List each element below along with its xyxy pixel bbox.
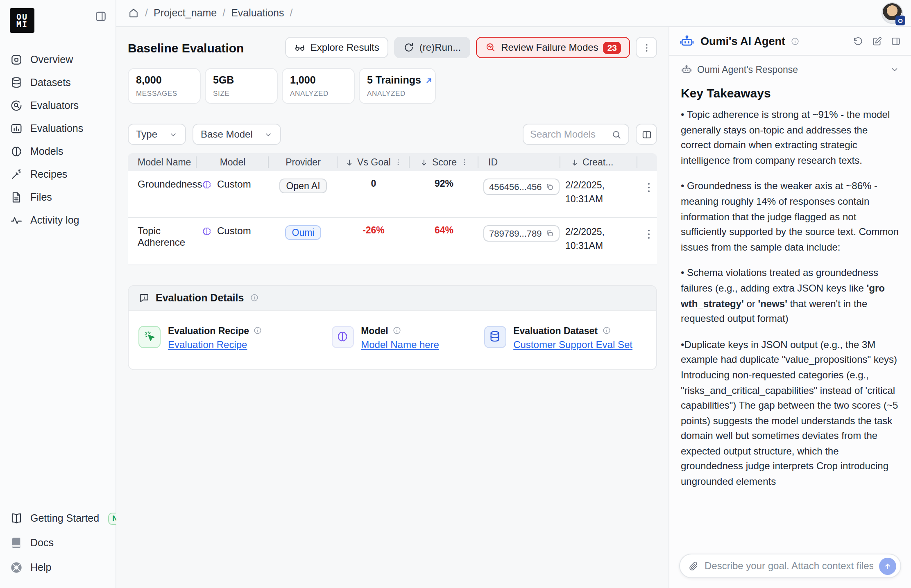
copy-icon[interactable] xyxy=(546,230,554,238)
user-avatar[interactable]: O xyxy=(882,2,903,24)
table-row-topic-adherence[interactable]: Topic AdherenceCustomOumi-26%64%789789..… xyxy=(128,218,657,265)
dots-v-icon[interactable] xyxy=(642,181,655,194)
column-settings-button[interactable] xyxy=(636,124,657,145)
more-actions-button[interactable] xyxy=(636,37,657,58)
detail-label: Model xyxy=(361,326,388,335)
logo-line-2: MI xyxy=(16,20,28,28)
failure-search-icon xyxy=(485,42,496,53)
home-icon[interactable] xyxy=(128,7,139,19)
sidebar-item-datasets[interactable]: Datasets xyxy=(0,74,116,92)
cell-id-copy[interactable]: 456456...456 xyxy=(483,179,560,195)
stat-label: SIZE xyxy=(213,89,270,97)
agent-paragraph: • Topic adherence is strong at ~91% - th… xyxy=(681,107,900,168)
rerun-button[interactable]: (re)Run... xyxy=(394,37,470,58)
detail-link-evaluation-recipe[interactable]: Evaluation Recipe xyxy=(168,339,247,350)
brain-icon xyxy=(336,330,349,343)
explore-results-label: Explore Results xyxy=(310,42,379,53)
stat-card-5-trainings[interactable]: 5 TrainingsANALYZED xyxy=(359,68,436,104)
stats-row: 8,000MESSAGES5GBSIZE1,000ANALYZED5 Train… xyxy=(128,68,657,104)
sidebar-item-getting-started[interactable]: Getting StartedNEW xyxy=(0,509,116,527)
detail-link-model-name-here[interactable]: Model Name here xyxy=(361,339,439,350)
sidebar-item-evaluators[interactable]: Evaluators xyxy=(0,97,116,115)
sidebar-item-files[interactable]: Files xyxy=(0,188,116,206)
info-icon[interactable] xyxy=(392,326,401,335)
info-icon[interactable] xyxy=(602,326,611,335)
column-menu-icon[interactable] xyxy=(460,158,468,166)
sidebar: OU MI OverviewDatasetsEvaluatorsEvaluati… xyxy=(0,0,116,588)
review-failure-modes-button[interactable]: Review Failure Modes 23 xyxy=(476,37,630,58)
detail-item-model: ModelModel Name here xyxy=(331,326,484,351)
agent-response-header[interactable]: Oumi Agent's Response xyxy=(681,64,900,75)
sidebar-item-docs[interactable]: Docs xyxy=(0,534,116,552)
brain-icon xyxy=(10,145,23,158)
sidebar-item-evaluations[interactable]: Evaluations xyxy=(0,120,116,138)
col-model-name[interactable]: Model Name xyxy=(128,153,197,171)
copy-icon[interactable] xyxy=(546,183,554,191)
sidebar-item-label: Datasets xyxy=(30,77,71,88)
dots-v-icon[interactable] xyxy=(642,228,655,241)
robot-icon xyxy=(679,33,695,49)
arrow-up-right-icon[interactable] xyxy=(424,76,433,85)
chevron-down-icon[interactable] xyxy=(890,65,900,75)
col-id[interactable]: ID xyxy=(478,153,560,171)
sort-down-icon[interactable] xyxy=(345,158,354,167)
chevron-down-icon xyxy=(264,130,273,139)
col-model[interactable]: Model xyxy=(197,153,269,171)
wand-icon xyxy=(10,168,23,181)
send-button[interactable] xyxy=(879,557,896,574)
overview-icon xyxy=(10,53,23,66)
history-undo-icon[interactable] xyxy=(853,36,863,46)
close-panel-icon[interactable] xyxy=(891,36,901,46)
agent-prompt-box xyxy=(679,554,901,578)
info-icon[interactable] xyxy=(253,326,262,335)
cell-id-copy[interactable]: 789789...789 xyxy=(483,226,560,242)
cell-vs-goal: 0 xyxy=(338,179,410,188)
new-chat-icon[interactable] xyxy=(872,36,882,46)
search-models-input[interactable] xyxy=(530,129,606,140)
col-score[interactable]: Score xyxy=(410,153,478,171)
info-icon[interactable] xyxy=(791,36,800,45)
sort-down-icon[interactable] xyxy=(570,158,579,167)
col-created[interactable]: Creat... xyxy=(560,153,637,171)
sidebar-item-label: Getting Started xyxy=(30,513,99,524)
sidebar-item-label: Help xyxy=(30,562,51,573)
search-icon[interactable] xyxy=(611,129,622,140)
sidebar-item-models[interactable]: Models xyxy=(0,142,116,161)
stat-label: MESSAGES xyxy=(136,89,193,97)
filters-row: Type Base Model xyxy=(128,124,657,145)
sort-down-icon[interactable] xyxy=(420,158,429,167)
agent-prompt-input[interactable] xyxy=(705,560,873,572)
stat-label: ANALYZED xyxy=(290,89,347,97)
col-vs-goal[interactable]: Vs Goal xyxy=(338,153,410,171)
table-header: Model Name Model Provider Vs Goal Score xyxy=(128,153,657,171)
detail-link-customer-support-eval-set[interactable]: Customer Support Eval Set xyxy=(513,339,632,350)
type-filter-select[interactable]: Type xyxy=(128,124,186,145)
info-icon[interactable] xyxy=(249,293,258,302)
base-model-filter-label: Base Model xyxy=(201,129,253,140)
sidebar-item-help[interactable]: Help xyxy=(0,559,116,577)
column-menu-icon[interactable] xyxy=(394,158,402,166)
sidebar-item-recipes[interactable]: Recipes xyxy=(0,165,116,183)
stat-card-1-000: 1,000ANALYZED xyxy=(282,68,355,104)
cell-created: 2/2/2025, 10:31AM xyxy=(560,179,637,206)
sidebar-item-activity-log[interactable]: Activity log xyxy=(0,211,116,229)
stat-value: 8,000 xyxy=(136,75,193,86)
attach-file-icon[interactable] xyxy=(688,561,699,571)
app-window: OU MI OverviewDatasetsEvaluatorsEvaluati… xyxy=(0,0,911,588)
base-model-filter-select[interactable]: Base Model xyxy=(193,124,281,145)
kebab-menu-icon xyxy=(641,42,652,53)
database-icon xyxy=(484,326,506,348)
sidebar-collapse-icon[interactable] xyxy=(94,10,107,23)
breadcrumb-evaluations[interactable]: Evaluations xyxy=(231,7,284,19)
models-table: Model Name Model Provider Vs Goal Score xyxy=(128,153,657,265)
col-provider[interactable]: Provider xyxy=(269,153,338,171)
sidebar-item-label: Models xyxy=(30,146,63,157)
glasses-icon xyxy=(294,42,306,53)
evaluation-details-card: Evaluation Details Evaluation RecipeEval… xyxy=(128,285,657,370)
stat-label: ANALYZED xyxy=(367,89,428,97)
col-actions xyxy=(637,153,657,171)
explore-results-button[interactable]: Explore Results xyxy=(285,37,388,58)
breadcrumb-project[interactable]: Project_name xyxy=(154,7,217,19)
sidebar-item-overview[interactable]: Overview xyxy=(0,51,116,69)
table-row-groundedness[interactable]: GroundednessCustomOpen AI092%456456...45… xyxy=(128,171,657,218)
